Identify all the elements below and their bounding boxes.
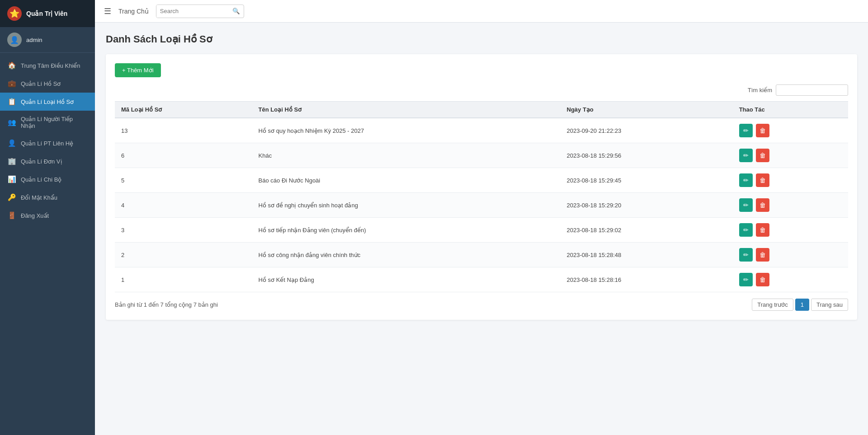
- edit-button[interactable]: ✏: [739, 223, 753, 237]
- cell-date: 2023-08-18 15:28:16: [561, 267, 733, 292]
- pagination-controls: Trang trước 1 Trang sau: [752, 299, 848, 311]
- edit-icon: ✏: [743, 276, 749, 283]
- cell-actions: ✏ 🗑: [733, 168, 848, 193]
- current-page-button[interactable]: 1: [795, 299, 809, 311]
- delete-button[interactable]: 🗑: [756, 124, 769, 137]
- cell-name: Báo cáo Đi Nước Ngoài: [252, 168, 561, 193]
- menu-icon[interactable]: ☰: [104, 6, 111, 16]
- topbar: ☰ Trang Chủ 🔍: [95, 0, 868, 23]
- edit-button[interactable]: ✏: [739, 124, 753, 137]
- sidebar-item-quan-li-pt-lien-he[interactable]: 👤 Quản Lí PT Liên Hệ: [0, 134, 95, 152]
- delete-button[interactable]: 🗑: [756, 273, 769, 286]
- sidebar-username: admin: [26, 37, 42, 43]
- sidebar-item-doi-mat-khau[interactable]: 🔑 Đổi Mật Khẩu: [0, 188, 95, 206]
- cell-date: 2023-08-18 15:29:02: [561, 218, 733, 243]
- search-button[interactable]: 🔍: [229, 5, 244, 18]
- sidebar-icon-quan-li-ho-so: 💼: [7, 80, 16, 88]
- cell-actions: ✏ 🗑: [733, 118, 848, 143]
- cell-date: 2023-08-18 15:28:48: [561, 243, 733, 267]
- table-body: 13 Hồ sơ quy hoạch Nhiệm Kỳ 2025 - 2027 …: [115, 118, 848, 292]
- sidebar-icon-quan-li-chi-bo: 📊: [7, 175, 16, 183]
- home-link[interactable]: Trang Chủ: [118, 8, 149, 15]
- table-row: 5 Báo cáo Đi Nước Ngoài 2023-08-18 15:29…: [115, 168, 848, 193]
- main-content: ☰ Trang Chủ 🔍 Danh Sách Loại Hồ Sơ + Thê…: [95, 0, 868, 435]
- edit-button[interactable]: ✏: [739, 248, 753, 262]
- sidebar-icon-trung-tam-dieu-khien: 🏠: [7, 61, 16, 70]
- cell-actions: ✏ 🗑: [733, 143, 848, 168]
- col-thao-tac: Thao Tác: [733, 102, 848, 118]
- sidebar-header: ⭐ Quản Trị Viên: [0, 0, 95, 27]
- sidebar-item-trung-tam-dieu-khien[interactable]: 🏠 Trung Tâm Điều Khiển: [0, 56, 95, 75]
- cell-name: Hồ sơ tiếp nhận Đảng viên (chuyển đến): [252, 218, 561, 243]
- pagination-summary: Bản ghi từ 1 đến 7 tổng cộng 7 bản ghi: [115, 301, 218, 308]
- cell-date: 2023-09-20 21:22:23: [561, 118, 733, 143]
- edit-icon: ✏: [743, 201, 749, 209]
- card: + Thêm Mới Tìm kiếm Mã Loại Hồ Sơ Tên Lo…: [106, 54, 857, 320]
- search-label: Tìm kiếm: [748, 87, 772, 94]
- edit-button[interactable]: ✏: [739, 149, 753, 162]
- sidebar-item-quan-li-don-vi[interactable]: 🏢 Quản Lí Đơn Vị: [0, 152, 95, 170]
- sidebar-icon-quan-li-nguoi-tiep-nhan: 👥: [7, 118, 16, 126]
- sidebar-label-quan-li-loai-ho-so: Quản Lí Loại Hồ Sơ: [21, 98, 74, 105]
- delete-icon: 🗑: [760, 152, 766, 159]
- delete-button[interactable]: 🗑: [756, 149, 769, 162]
- cell-name: Hồ sơ công nhận đảng viên chính thức: [252, 243, 561, 267]
- table-row: 3 Hồ sơ tiếp nhận Đảng viên (chuyển đến)…: [115, 218, 848, 243]
- search-input[interactable]: [156, 5, 229, 18]
- sidebar-label-quan-li-ho-so: Quản Lí Hồ Sơ: [21, 80, 61, 87]
- sidebar-item-quan-li-loai-ho-so[interactable]: 📋 Quản Lí Loại Hồ Sơ: [0, 93, 95, 111]
- cell-actions: ✏ 🗑: [733, 243, 848, 267]
- sidebar-item-quan-li-nguoi-tiep-nhan[interactable]: 👥 Quản Lí Người Tiếp Nhận: [0, 111, 95, 134]
- sidebar-item-quan-li-ho-so[interactable]: 💼 Quản Lí Hồ Sơ: [0, 75, 95, 93]
- edit-button[interactable]: ✏: [739, 198, 753, 212]
- edit-icon: ✏: [743, 226, 749, 234]
- sidebar-user: 👤 admin: [0, 27, 95, 53]
- cell-id: 2: [115, 243, 252, 267]
- cell-id: 4: [115, 193, 252, 218]
- sidebar-nav: 🏠 Trung Tâm Điều Khiển💼 Quản Lí Hồ Sơ📋 Q…: [0, 53, 95, 435]
- sidebar-label-quan-li-chi-bo: Quản Lí Chi Bộ: [21, 176, 61, 183]
- delete-icon: 🗑: [760, 177, 766, 184]
- table-row: 4 Hồ sơ đề nghị chuyển sinh hoạt đảng 20…: [115, 193, 848, 218]
- edit-icon: ✏: [743, 152, 749, 159]
- delete-button[interactable]: 🗑: [756, 198, 769, 212]
- sidebar: ⭐ Quản Trị Viên 👤 admin 🏠 Trung Tâm Điều…: [0, 0, 95, 435]
- table-row: 13 Hồ sơ quy hoạch Nhiệm Kỳ 2025 - 2027 …: [115, 118, 848, 143]
- delete-button[interactable]: 🗑: [756, 248, 769, 262]
- sidebar-icon-quan-li-don-vi: 🏢: [7, 157, 16, 165]
- table-row: 1 Hồ sơ Kết Nạp Đảng 2023-08-18 15:28:16…: [115, 267, 848, 292]
- cell-name: Hồ sơ đề nghị chuyển sinh hoạt đảng: [252, 193, 561, 218]
- avatar: 👤: [7, 33, 22, 47]
- cell-actions: ✏ 🗑: [733, 267, 848, 292]
- col-ngay-tao: Ngày Tạo: [561, 102, 733, 118]
- sidebar-logo: ⭐: [7, 6, 22, 21]
- next-page-button[interactable]: Trang sau: [811, 299, 848, 311]
- cell-name: Hồ sơ Kết Nạp Đảng: [252, 267, 561, 292]
- sidebar-label-quan-li-nguoi-tiep-nhan: Quản Lí Người Tiếp Nhận: [21, 116, 88, 129]
- sidebar-icon-dang-xuat: 🚪: [7, 211, 16, 220]
- add-new-button[interactable]: + Thêm Mới: [115, 63, 161, 77]
- table-search-input[interactable]: [776, 84, 848, 96]
- delete-button[interactable]: 🗑: [756, 173, 769, 187]
- cell-actions: ✏ 🗑: [733, 218, 848, 243]
- edit-icon: ✏: [743, 177, 749, 184]
- cell-actions: ✏ 🗑: [733, 193, 848, 218]
- delete-icon: 🗑: [760, 201, 766, 209]
- sidebar-label-quan-li-pt-lien-he: Quản Lí PT Liên Hệ: [21, 140, 73, 147]
- cell-date: 2023-08-18 15:29:56: [561, 143, 733, 168]
- delete-icon: 🗑: [760, 127, 766, 134]
- cell-id: 6: [115, 143, 252, 168]
- edit-button[interactable]: ✏: [739, 173, 753, 187]
- topbar-search-wrap: 🔍: [156, 5, 244, 18]
- sidebar-title: Quản Trị Viên: [26, 10, 67, 17]
- table-row: 2 Hồ sơ công nhận đảng viên chính thức 2…: [115, 243, 848, 267]
- prev-page-button[interactable]: Trang trước: [752, 299, 793, 311]
- delete-icon: 🗑: [760, 226, 766, 234]
- sidebar-item-quan-li-chi-bo[interactable]: 📊 Quản Lí Chi Bộ: [0, 170, 95, 188]
- edit-button[interactable]: ✏: [739, 273, 753, 286]
- delete-button[interactable]: 🗑: [756, 223, 769, 237]
- cell-id: 1: [115, 267, 252, 292]
- cell-id: 13: [115, 118, 252, 143]
- sidebar-item-dang-xuat[interactable]: 🚪 Đăng Xuất: [0, 206, 95, 225]
- col-ten-loai: Tên Loại Hồ Sơ: [252, 102, 561, 118]
